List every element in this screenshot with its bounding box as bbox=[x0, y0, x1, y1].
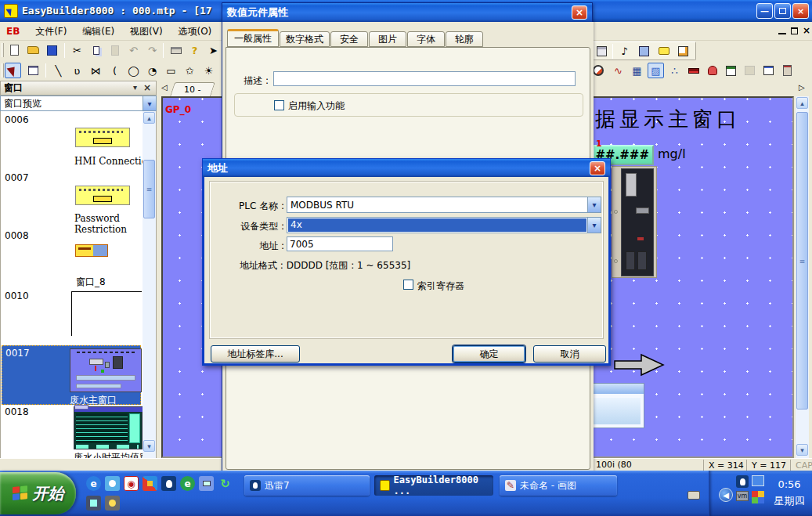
star-tool-icon[interactable]: ✩ bbox=[182, 63, 198, 78]
polyline-tool-icon[interactable]: ⋈ bbox=[88, 63, 104, 78]
save-icon[interactable] bbox=[44, 42, 60, 58]
tab-profile[interactable]: 轮廓 bbox=[446, 31, 483, 47]
window-item-id[interactable]: 0010 bbox=[5, 290, 29, 301]
enable-input-checkbox[interactable] bbox=[274, 100, 284, 110]
window-item-selected[interactable]: 0017 废水主窗口 bbox=[2, 345, 141, 405]
help-icon[interactable]: ? bbox=[186, 42, 203, 58]
scatter-object-icon[interactable]: ∴ bbox=[666, 63, 683, 78]
window-item-thumbnail[interactable] bbox=[75, 128, 130, 147]
close-button[interactable]: × bbox=[792, 3, 809, 19]
description-input[interactable] bbox=[273, 71, 576, 86]
canvas-heading[interactable]: 据显示主窗口 bbox=[595, 106, 741, 133]
window-item-id[interactable]: 0007 bbox=[5, 172, 29, 183]
grid-tray-icon[interactable] bbox=[752, 491, 764, 503]
clock-day[interactable]: 星期四 bbox=[769, 494, 810, 508]
task-paint[interactable]: ✎ 未命名 - 画图 bbox=[500, 475, 617, 496]
equipment-picture-object[interactable] bbox=[612, 166, 657, 278]
address-dialog-close-icon[interactable]: × bbox=[590, 161, 605, 175]
window-tab[interactable]: 10 - bbox=[170, 82, 215, 96]
data-transfer-icon[interactable] bbox=[779, 63, 796, 78]
macro-icon[interactable] bbox=[636, 43, 652, 59]
refresh-icon[interactable]: ↻ bbox=[218, 476, 233, 491]
menu-view[interactable]: 视图(V) bbox=[124, 22, 169, 41]
tab-general[interactable]: 一般属性 bbox=[227, 29, 279, 47]
rectangle-tool-icon[interactable]: ▭ bbox=[163, 63, 179, 78]
window-item-id[interactable]: 0018 bbox=[5, 406, 29, 417]
network-tray-icon[interactable] bbox=[752, 475, 764, 486]
properties-dialog-titlebar[interactable]: 数值元件属性 × bbox=[222, 3, 592, 22]
pc-icon[interactable] bbox=[199, 476, 214, 491]
scroll-thumb[interactable]: ≡ bbox=[143, 160, 155, 218]
start-button[interactable]: 开始 bbox=[0, 472, 76, 514]
panel-menu-icon[interactable]: ▾ bbox=[133, 83, 137, 92]
toolbar-grip[interactable] bbox=[2, 63, 4, 78]
vm-tray-icon[interactable]: vm bbox=[736, 491, 749, 501]
canvas-scroll-up-icon[interactable]: ▴ bbox=[796, 97, 808, 109]
combo-chevron-icon[interactable]: ▾ bbox=[143, 96, 156, 110]
edit-form-icon[interactable] bbox=[675, 43, 691, 59]
data-sampling-icon[interactable] bbox=[742, 63, 758, 78]
tab-picture[interactable]: 图片 bbox=[369, 31, 406, 47]
redo-icon[interactable]: ↷ bbox=[144, 42, 161, 58]
canvas-scroll-thumb[interactable]: ≡ bbox=[796, 112, 808, 410]
select-tool-icon[interactable] bbox=[5, 63, 21, 78]
window-item-caption[interactable]: HMI Connection bbox=[74, 156, 153, 167]
panel-close-icon[interactable]: × bbox=[143, 82, 151, 93]
index-register-checkbox[interactable] bbox=[403, 280, 413, 290]
schedule-icon[interactable] bbox=[760, 63, 777, 78]
tool-icon[interactable] bbox=[86, 496, 101, 511]
ie-icon[interactable]: e bbox=[86, 476, 101, 491]
paste-icon[interactable] bbox=[106, 42, 123, 58]
mini-window-preview[interactable] bbox=[585, 383, 644, 428]
copy-icon[interactable] bbox=[88, 42, 104, 58]
task-easybuilder[interactable]: EasyBuilder8000 ... bbox=[374, 475, 493, 496]
menu-edit[interactable]: 编辑(E) bbox=[76, 22, 121, 41]
object-properties-icon[interactable] bbox=[25, 63, 42, 78]
picture-object-icon[interactable]: ▨ bbox=[648, 63, 664, 78]
tab-security[interactable]: 安全 bbox=[330, 31, 368, 47]
scroll-up-icon[interactable]: ▴ bbox=[143, 112, 155, 124]
task-xunlei[interactable]: 迅雷7 bbox=[244, 475, 370, 496]
mdi-minimize-icon[interactable] bbox=[778, 27, 786, 34]
undo-icon[interactable]: ↶ bbox=[125, 42, 142, 58]
menu-options[interactable]: 选项(O) bbox=[171, 22, 218, 41]
tab-scroll-left-icon[interactable]: ◁ bbox=[161, 83, 168, 92]
tray-penguin-icon[interactable] bbox=[736, 475, 749, 488]
polygon-tool-icon[interactable]: ◯ bbox=[125, 63, 142, 78]
cut-icon[interactable]: ✂ bbox=[69, 42, 85, 58]
browser-e-icon[interactable]: e bbox=[180, 476, 195, 491]
mdi-close-icon[interactable]: × bbox=[803, 25, 810, 36]
plc-name-combo[interactable]: MODBUS RTU ▾ bbox=[287, 197, 601, 213]
window-item-caption[interactable]: 窗口_8 bbox=[76, 276, 106, 289]
hide-icons-chevron-icon[interactable]: ◀ bbox=[719, 488, 733, 502]
window-item-thumbnail[interactable] bbox=[75, 186, 130, 205]
keyboard-tray-icon[interactable] bbox=[687, 491, 700, 500]
archive-icon[interactable] bbox=[594, 43, 610, 59]
sound-library-icon[interactable]: ♪ bbox=[616, 43, 633, 59]
window-item-id[interactable]: 0008 bbox=[5, 230, 29, 241]
sidebar-scrollbar[interactable]: ▴ ≡ ▾ bbox=[143, 111, 156, 462]
window-item-thumbnail[interactable] bbox=[71, 291, 142, 336]
bar-object-icon[interactable] bbox=[685, 63, 702, 78]
unit-label-object[interactable]: mg/l bbox=[658, 146, 686, 161]
cancel-button[interactable]: 取消 bbox=[533, 345, 606, 363]
canvas-scroll-down-icon[interactable]: ▾ bbox=[796, 444, 808, 456]
tag-library-button[interactable]: 地址标签库... bbox=[211, 345, 300, 363]
canvas-scrollbar[interactable]: ▴ ≡ ▾ bbox=[796, 96, 809, 458]
context-help-icon[interactable]: ➤ bbox=[205, 42, 222, 58]
alarm-object-icon[interactable] bbox=[704, 63, 720, 78]
messenger-icon[interactable] bbox=[105, 476, 120, 491]
line-tool-icon[interactable]: ╲ bbox=[50, 63, 67, 78]
device-combo-chevron-icon[interactable]: ▾ bbox=[587, 218, 601, 233]
color-grid-icon[interactable] bbox=[143, 476, 157, 491]
address-input[interactable] bbox=[287, 236, 393, 251]
menu-file[interactable]: 文件(F) bbox=[29, 22, 73, 41]
xunlei-penguin-icon[interactable] bbox=[161, 476, 176, 491]
window-item-id[interactable]: 0006 bbox=[5, 114, 29, 125]
minimize-button[interactable]: — bbox=[756, 3, 773, 19]
ok-button[interactable]: 确定 bbox=[453, 345, 525, 363]
tab-numeric-format[interactable]: 数字格式 bbox=[280, 31, 330, 47]
burst-tool-icon[interactable]: ☀ bbox=[200, 63, 217, 78]
arrow-object[interactable] bbox=[613, 352, 666, 378]
tab-font[interactable]: 字体 bbox=[407, 31, 445, 47]
